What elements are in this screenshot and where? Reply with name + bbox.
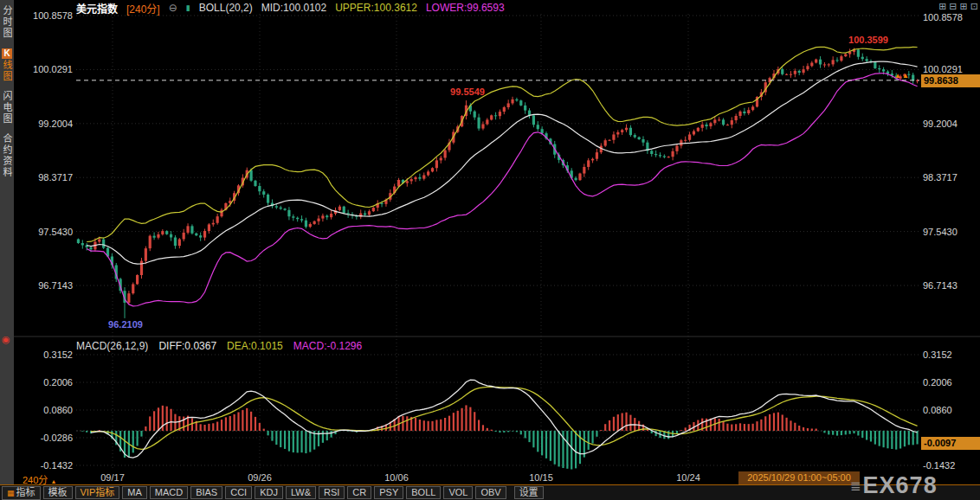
sidebar-item-timeline-chart[interactable]: 分时图 <box>0 5 14 39</box>
macd-axis-label: -0.0286 <box>24 433 73 443</box>
toolbar-button-macd[interactable]: MACD <box>150 486 188 499</box>
period-label[interactable]: [240分] <box>126 1 160 16</box>
toolbar-button-vip-indicator[interactable]: VIP指标 <box>75 486 120 499</box>
macd-axis-label: 0.2006 <box>24 377 73 388</box>
x-axis-date: 10/06 <box>377 472 416 483</box>
y-axis-label: 98.3717 <box>923 172 977 183</box>
kline-k-badge: K <box>2 48 12 59</box>
boll-label: BOLL(20,2) <box>199 2 253 14</box>
x-axis-date: 09/17 <box>93 472 132 483</box>
toolbar-button-bias[interactable]: BIAS <box>190 486 222 499</box>
layout-icon-group: ⊞ ⊟ ⊞ ⊡ <box>938 1 978 12</box>
layout-2-icon[interactable]: ⊟ <box>949 1 957 12</box>
macd-params-label: MACD(26,12,9) <box>76 340 148 352</box>
watermark-text: EX678 <box>863 472 938 499</box>
macd-value-badge: -0.0097 <box>921 437 980 450</box>
sidebar-item-label: 线图 <box>0 60 14 82</box>
left-tab-strip: 分时图 K 线图 闪电图 合约资料 <box>0 0 14 500</box>
layout-4-icon[interactable]: ⊡ <box>970 1 978 12</box>
toolbar-button-template[interactable]: 模板 <box>43 486 73 499</box>
x-axis-date: 10/24 <box>669 472 707 483</box>
boll-mid-value: MID:100.0102 <box>261 2 326 14</box>
indicator-grid-icon: ▦ <box>7 489 15 497</box>
macd-header: MACD(26,12,9) DIFF:0.0367 DEA:0.1015 MAC… <box>76 340 362 352</box>
y-axis-label: 98.3717 <box>24 172 73 183</box>
collapse-icon[interactable]: ⊖ <box>169 2 177 14</box>
toolbar-button-obv[interactable]: OBV <box>475 486 506 499</box>
toolbar-button-ma[interactable]: MA <box>122 486 147 499</box>
toolbar-button-indicator[interactable]: ▦指标 <box>2 486 41 500</box>
sidebar-item-kline-chart[interactable]: K 线图 <box>0 48 14 82</box>
current-bar-time-label: 2025/10/29 01:00~05:00 <box>738 471 860 484</box>
macd-axis-label: 0.2006 <box>923 377 977 388</box>
x-axis-date: 09/26 <box>241 472 279 483</box>
high-price-annotation: 100.3599 <box>821 35 916 45</box>
y-axis-label: 99.2004 <box>923 119 977 129</box>
y-axis-label: 96.7143 <box>923 280 977 291</box>
macd-axis-label: 0.3152 <box>24 349 73 360</box>
sidebar-item-contract-info[interactable]: 合约资料 <box>0 133 14 178</box>
layout-3-icon[interactable]: ⊞ <box>960 1 968 12</box>
low-price-annotation: 96.2109 <box>87 319 164 330</box>
logo-bars-icon: ≣ <box>850 478 861 494</box>
y-axis-label: 100.0291 <box>923 64 977 74</box>
toolbar-button-lwr[interactable]: LW& <box>286 486 316 499</box>
peak-price-annotation: 99.5549 <box>429 87 506 97</box>
chart-header: 美元指数 [240分] ⊖ ▮ BOLL(20,2) MID:100.0102 … <box>76 2 505 14</box>
y-axis-label: 100.8578 <box>24 10 73 21</box>
toolbar-button-vol[interactable]: VOL <box>443 486 473 499</box>
y-axis-label: 100.0291 <box>24 64 73 74</box>
toolbar-button-settings[interactable]: 设置 <box>514 486 544 499</box>
macd-axis-label: -0.1432 <box>24 460 73 471</box>
sidebar-item-label: 分时图 <box>0 5 14 39</box>
macd-diff-value: DIFF:0.0367 <box>158 340 216 352</box>
macd-pane-marker-icon[interactable]: ◉ <box>2 334 10 345</box>
y-axis-label: 96.7143 <box>24 280 73 291</box>
boll-lower-value: LOWER:99.6593 <box>426 2 505 14</box>
price-macd-chart[interactable] <box>0 0 980 500</box>
sidebar-item-lightning-chart[interactable]: 闪电图 <box>0 91 14 125</box>
toolbar-button-rsi[interactable]: RSI <box>319 486 345 499</box>
price-up-arrows-icon: ▲▲ <box>894 72 910 80</box>
y-axis-label: 100.8578 <box>923 12 977 22</box>
y-axis-label: 97.5430 <box>923 227 977 237</box>
toolbar-button-psy[interactable]: PSY <box>374 486 403 499</box>
period-arrow-icon: ▲ <box>50 478 56 484</box>
symbol-name: 美元指数 <box>76 1 118 16</box>
toolbar-button-boll[interactable]: BOLL <box>406 486 441 499</box>
bottom-toolbar: ▦指标 模板 VIP指标 MA MACD BIAS CCI KDJ LW& RS… <box>0 485 980 500</box>
layout-1-icon[interactable]: ⊞ <box>938 1 946 12</box>
macd-hist-value: MACD:-0.1296 <box>293 340 362 352</box>
y-axis-label: 99.2004 <box>24 119 73 129</box>
sidebar-item-label: 闪电图 <box>0 91 14 125</box>
last-price-badge: 99.8638 <box>921 74 980 87</box>
macd-axis-label: 0.3152 <box>923 349 977 360</box>
macd-axis-label: -0.1432 <box>923 460 977 471</box>
watermark: ≣ EX678 <box>850 472 938 499</box>
sidebar-item-label: 合约资料 <box>0 133 14 178</box>
x-axis-date: 10/15 <box>522 472 560 483</box>
macd-dea-value: DEA:0.1015 <box>227 340 283 352</box>
y-axis-label: 97.5430 <box>24 227 73 237</box>
toolbar-button-cci[interactable]: CCI <box>225 486 252 499</box>
toolbar-button-kdj[interactable]: KDJ <box>255 486 283 499</box>
toolbar-button-cr[interactable]: CR <box>347 486 371 499</box>
candlestick-icon: ▮ <box>186 3 190 12</box>
macd-axis-label: 0.0860 <box>24 405 73 415</box>
boll-upper-value: UPPER:100.3612 <box>335 2 417 14</box>
macd-axis-label: 0.0860 <box>923 405 977 415</box>
